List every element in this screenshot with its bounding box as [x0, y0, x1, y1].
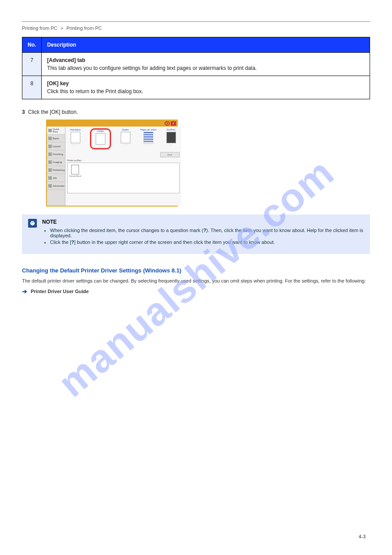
orientation-icon [71, 132, 80, 143]
profile-item[interactable]: Factory Default [69, 165, 81, 177]
sidebar-tab-layout[interactable]: Layout [47, 142, 65, 150]
image-icon [48, 160, 52, 164]
option-collate[interactable]: Collate • • [92, 130, 109, 147]
sidebar-tab-job[interactable]: Job [47, 174, 65, 182]
profiles-label: Printer profiles: [67, 159, 180, 162]
note-list: When clicking the desired item, the curs… [42, 228, 364, 245]
collate-highlight-ring: Collate • • [90, 128, 111, 149]
profile-name: Factory Default [69, 175, 81, 177]
step-number: 3 [22, 109, 25, 115]
duplex-icon [121, 132, 130, 143]
option-orientation[interactable]: Orientation • • • • [67, 128, 84, 146]
option-ecoprint[interactable]: EcoPrint • • [163, 128, 180, 146]
page-number: 4-3 [359, 534, 366, 539]
table-row: 8 [OK] key Click this to return to the P… [22, 76, 370, 99]
sidebar-tab-publishing[interactable]: Publishing [47, 166, 65, 174]
sidebar-tab-quickprint[interactable]: Quick Print [47, 127, 65, 134]
table-row: 7 [Advanced] tab This tab allows you to … [22, 53, 370, 76]
sidebar-tab-imaging[interactable]: Imaging [47, 158, 65, 166]
book-icon [48, 168, 52, 172]
driver-screenshot: ? x Quick Print Basic Layout Finishing I… [46, 120, 178, 207]
printer-icon [48, 129, 52, 132]
main-panel: Orientation • • • • Collate • • Duplex [65, 127, 181, 206]
cell-desc: [OK] key Click this to return to the Pri… [42, 76, 370, 99]
top-rule [22, 21, 370, 22]
breadcrumb-b: Printing from PC [66, 25, 102, 31]
sidebar-tab-basic[interactable]: Basic [47, 134, 65, 142]
step-text: Click the [OK] button. [28, 109, 78, 115]
cell-title: [OK] key [47, 80, 68, 87]
sidebar: Quick Print Basic Layout Finishing Imagi… [47, 127, 65, 206]
collate-icon [96, 133, 105, 145]
window-titlebar: ? x [47, 120, 177, 127]
close-button[interactable]: x [171, 121, 176, 126]
quick-options-row: Orientation • • • • Collate • • Duplex [67, 128, 180, 149]
arrow-icon: ➜ [22, 288, 27, 295]
col-desc: Description [42, 37, 370, 53]
info-table: No. Description 7 [Advanced] tab This ta… [22, 37, 370, 99]
sidebar-tab-advanced[interactable]: Advanced [47, 182, 65, 190]
profiles-box: Factory Default [67, 163, 180, 193]
cell-desc: [Advanced] tab This tab allows you to co… [42, 53, 370, 76]
breadcrumb-a: Printing from PC [22, 25, 58, 31]
reference-line: ➜ Printer Driver User Guide [22, 288, 370, 295]
table-header-row: No. Description [22, 37, 370, 53]
gear-icon [48, 184, 52, 188]
job-icon [48, 176, 52, 180]
option-duplex[interactable]: Duplex • • • [117, 128, 134, 146]
note-box: NOTE When clicking the desired item, the… [22, 214, 370, 254]
note-icon [28, 219, 37, 228]
breadcrumb-sep: > [61, 25, 63, 31]
sidebar-tab-finishing[interactable]: Finishing [47, 150, 65, 158]
staple-icon [48, 152, 52, 156]
col-no: No. [22, 37, 42, 53]
cell-detail: This tab allows you to configure setting… [47, 65, 364, 71]
section-heading: Changing the Default Printer Driver Sett… [22, 267, 370, 274]
cell-title: [Advanced] tab [47, 57, 85, 63]
cell-no: 8 [22, 76, 42, 99]
reference-text[interactable]: Printer Driver User Guide [31, 289, 89, 294]
profile-thumb-icon [71, 165, 79, 174]
paragraph: The default printer driver settings can … [22, 278, 370, 283]
breadcrumb: Printing from PC > Printing from PC [22, 25, 370, 31]
note-item: Click the [?] button in the upper right … [50, 239, 364, 245]
pages-per-sheet-icon [144, 132, 153, 143]
save-button[interactable]: Save [160, 152, 180, 157]
step-line: 3 Click the [OK] button. [22, 109, 370, 115]
option-pages-per-sheet[interactable]: Pages per sheet • • • • [140, 128, 157, 146]
cell-detail: Click this to return to the Print dialog… [47, 88, 364, 94]
help-button[interactable]: ? [165, 121, 170, 126]
ecoprint-icon [166, 132, 176, 143]
note-body: NOTE When clicking the desired item, the… [42, 219, 364, 246]
note-item: When clicking the desired item, the curs… [50, 228, 364, 238]
layout-icon [48, 145, 52, 148]
note-heading: NOTE [42, 219, 364, 225]
cell-no: 7 [22, 53, 42, 76]
page-icon [48, 137, 52, 140]
